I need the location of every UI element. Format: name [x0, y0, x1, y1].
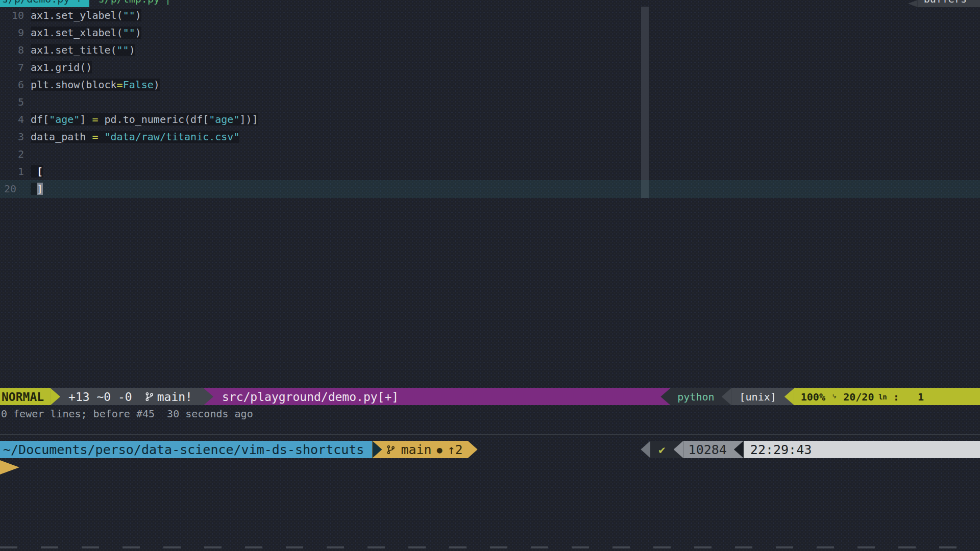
code-token: "" [123, 27, 135, 39]
code-token [98, 131, 104, 143]
clock-segment: 22:29:43 [744, 441, 980, 458]
ln-symbol: ln [874, 393, 887, 401]
code-token: ax1.grid() [31, 61, 92, 73]
exit-status-segment: ✔ [650, 441, 673, 458]
code-lines: 10ax1.set_ylabel("")9ax1.set_xlabel("")8… [0, 7, 980, 197]
command-message: 0 fewer lines; before #45 30 seconds ago [1, 405, 253, 422]
powerline-separator [468, 441, 478, 458]
terminal-screen: s/p/demo.py + s/p/tmp.py | buffers 10ax1… [0, 0, 980, 551]
code-token: ax1.set_ylabel( [31, 9, 123, 21]
powerline-separator [660, 388, 670, 405]
code-line[interactable]: 20 ] [0, 180, 980, 197]
code-token: = [117, 79, 123, 91]
filetype: python [670, 388, 721, 405]
git-branch: main! [157, 390, 192, 404]
powerline-separator [641, 441, 650, 458]
code-token: ])] [239, 113, 258, 126]
code-token: plt.show(block [31, 79, 117, 91]
code-line[interactable]: 2 [0, 145, 980, 163]
tab-inactive-tmp[interactable]: s/p/tmp.py [99, 0, 160, 7]
mode-indicator: NORMAL [0, 388, 51, 405]
powerline-separator [51, 388, 60, 405]
statusline: NORMAL +13 ~0 -0 main! src/playground/de… [0, 388, 980, 405]
code-token [31, 183, 37, 195]
line-number: 3 [0, 128, 29, 145]
code-token: ) [129, 44, 135, 56]
code-line[interactable]: 3data_path = "data/raw/titanic.csv" [0, 128, 980, 145]
code-token: "data/raw/titanic.csv" [105, 131, 240, 143]
cursor: ] [37, 183, 43, 195]
code-line[interactable]: 9ax1.set_xlabel("") [0, 24, 980, 41]
line-number: 9 [0, 24, 29, 41]
line-position: 20/20 [837, 391, 874, 403]
tabline-right: buffers [908, 0, 980, 7]
prompt-arrow-icon[interactable] [0, 460, 19, 474]
code-text: ax1.set_xlabel("") [29, 24, 141, 41]
branch-name: main [401, 442, 431, 457]
git-info-segment: +13 ~0 -0 main! [60, 388, 204, 405]
code-token: "" [117, 44, 129, 56]
powerline-separator [204, 388, 213, 405]
code-token: ] [80, 113, 92, 126]
code-line[interactable]: 6plt.show(block=False) [0, 76, 980, 93]
code-line[interactable]: 1 [ [0, 163, 980, 180]
code-token: data_path [31, 131, 92, 143]
line-number: 5 [0, 93, 29, 111]
git-branch-icon [386, 445, 396, 455]
code-token: pd.to_numeric(df[ [98, 113, 209, 126]
line-number: 4 [0, 111, 29, 128]
code-token: "age" [209, 113, 239, 126]
code-text [29, 145, 31, 163]
fileformat: [unix] [731, 388, 785, 405]
filename: src/playground/demo.py[+] [213, 388, 660, 405]
git-branch-icon [144, 392, 154, 402]
code-token: = [92, 131, 98, 143]
code-token: ) [154, 79, 160, 91]
code-token: "age" [49, 113, 80, 126]
code-token: ax1.set_title( [31, 44, 117, 56]
code-text: ax1.grid() [29, 59, 92, 76]
line-number: 20 [0, 180, 29, 197]
scroll-percent: 100% [801, 391, 831, 403]
line-number: 1 [0, 163, 29, 180]
editor-area[interactable]: 10ax1.set_ylabel("")9ax1.set_xlabel("")8… [0, 7, 980, 198]
check-icon: ✔ [658, 443, 665, 456]
tab-inactive-label: s/p/tmp.py [99, 0, 160, 7]
tab-active-label: s/p/demo.py + [2, 0, 82, 7]
position-info: 100% ␊ 20/20 ln : 1 [794, 388, 980, 405]
code-token: ax1.set_xlabel( [31, 27, 123, 39]
code-text: plt.show(block=False) [29, 76, 160, 93]
code-text: ] [29, 180, 43, 197]
divider [0, 434, 980, 435]
code-line[interactable]: 10ax1.set_ylabel("") [0, 7, 980, 24]
prompt-spacer [478, 441, 641, 458]
code-text: ax1.set_title("") [29, 41, 135, 59]
code-text: data_path = "data/raw/titanic.csv" [29, 128, 239, 145]
code-line[interactable]: 7ax1.grid() [0, 59, 980, 76]
line-number: 10 [0, 7, 29, 24]
buffers-label[interactable]: buffers [918, 0, 980, 7]
code-line[interactable]: 4df["age"] = pd.to_numeric(df["age"])] [0, 111, 980, 128]
git-hunks: +13 ~0 -0 [68, 390, 132, 404]
powerline-separator [722, 388, 731, 405]
code-token: = [92, 113, 98, 126]
code-token: df[ [31, 113, 49, 126]
code-text: df["age"] = pd.to_numeric(df["age"])] [29, 111, 258, 128]
code-token: "" [123, 9, 135, 21]
linefeed-symbol: ␊ [831, 392, 837, 401]
code-text: ax1.set_ylabel("") [29, 7, 141, 24]
bottom-dashes [0, 546, 980, 548]
tab-separator: | [165, 0, 171, 7]
line-number: 7 [0, 59, 29, 76]
code-line[interactable]: 5 [0, 93, 980, 111]
tab-active-demo[interactable]: s/p/demo.py + [0, 0, 89, 7]
current-directory: ~/Documents/perso/data-science/vim-ds-sh… [0, 441, 372, 458]
code-token: ) [135, 9, 141, 21]
code-line[interactable]: 8ax1.set_title("") [0, 41, 980, 59]
powerline-separator [734, 441, 744, 458]
code-token [31, 165, 37, 178]
code-token: False [123, 79, 154, 91]
line-number: 8 [0, 41, 29, 59]
git-status-segment: main ● ↑2 [382, 441, 468, 458]
dirty-indicator: ● [437, 444, 443, 455]
